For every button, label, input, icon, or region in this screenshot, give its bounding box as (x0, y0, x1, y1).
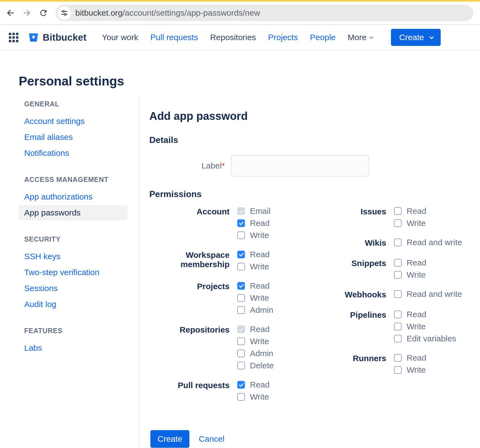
checkbox-projects-read[interactable] (237, 282, 245, 290)
checkbox-webhooks-read-write[interactable] (394, 290, 402, 298)
checkbox-pipelines-edit-variables[interactable] (394, 335, 402, 342)
forward-icon[interactable] (21, 7, 33, 19)
checkbox-workspace-read[interactable] (237, 251, 245, 258)
checkbox-runners-read[interactable] (394, 354, 402, 362)
checkbox-label: Email (250, 206, 271, 216)
perm-option-issues-write: Write (394, 219, 426, 227)
perm-group-label: Webhooks (303, 290, 386, 299)
checkbox-workspace-write[interactable] (237, 263, 245, 270)
perm-option-projects-read: Read (237, 282, 273, 290)
checkbox-wikis-read-write[interactable] (394, 239, 402, 246)
nav-item-more-label: More (348, 33, 366, 42)
create-button[interactable]: Create (150, 430, 189, 448)
page-title: Personal settings (19, 74, 480, 89)
url-bar[interactable]: bitbucket.org/account/settings/app-passw… (56, 5, 473, 21)
nav-item-your-work[interactable]: Your work (102, 33, 138, 42)
checkbox-label: Read (407, 310, 426, 319)
perm-option-projects-write: Write (237, 294, 273, 302)
checkbox-pipelines-read[interactable] (394, 311, 402, 318)
checkbox-label: Read (250, 325, 270, 334)
perm-option-pull-requests-read: Read (237, 381, 270, 389)
page-body: Personal settings GENERAL Account settin… (0, 74, 480, 448)
nav-item-projects[interactable]: Projects (268, 33, 298, 42)
nav-create-button[interactable]: Create (391, 29, 441, 46)
checkbox-pull-requests-read[interactable] (237, 381, 245, 389)
main-title: Add app password (149, 110, 480, 122)
label-input[interactable] (231, 155, 369, 176)
sidebar-item-account-settings[interactable]: Account settings (19, 114, 128, 129)
checkbox-label: Read (250, 250, 270, 259)
perm-group-label: Runners (303, 354, 386, 374)
chevron-down-icon (429, 35, 434, 39)
checkbox-repositories-write[interactable] (237, 338, 245, 345)
nav-item-repositories[interactable]: Repositories (210, 33, 256, 42)
sidebar-item-notifications[interactable]: Notifications (19, 145, 128, 161)
perm-group-pull-requests: Pull requests Read Write (149, 381, 303, 401)
perm-group-label: Wikis (303, 238, 386, 248)
checkbox-repositories-delete[interactable] (237, 362, 245, 369)
sidebar-group-general: GENERAL (19, 100, 139, 108)
main-panel: Add app password Details Label* Permissi… (139, 96, 480, 448)
checkbox-label: Admin (250, 305, 273, 315)
sidebar-item-app-authorizations[interactable]: App authorizations (19, 189, 128, 204)
site-info-icon[interactable] (58, 6, 71, 20)
sidebar-item-sessions[interactable]: Sessions (19, 281, 128, 296)
nav-item-pull-requests[interactable]: Pull requests (150, 33, 198, 42)
bitbucket-bucket-icon (28, 32, 39, 43)
checkbox-projects-admin[interactable] (237, 306, 245, 314)
checkbox-label: Read (250, 219, 270, 228)
perm-group-projects: Projects Read Write Admin (149, 282, 303, 314)
perm-group-label: Workspace membership (149, 250, 230, 271)
perm-option-wikis-read-write: Read and write (394, 238, 462, 247)
checkbox-label: Delete (250, 361, 274, 370)
perm-group-label: Pull requests (149, 381, 230, 401)
sidebar-item-app-passwords[interactable]: App passwords (19, 205, 128, 220)
required-asterisk: * (222, 161, 225, 170)
perm-option-runners-read: Read (394, 354, 426, 362)
checkbox-label: Write (250, 392, 269, 402)
nav-items: Your work Pull requests Repositories Pro… (102, 33, 372, 42)
checkbox-label: Admin (250, 349, 273, 358)
nav-item-more[interactable]: More (348, 33, 372, 42)
sidebar-item-ssh-keys[interactable]: SSH keys (19, 249, 128, 264)
checkbox-issues-read[interactable] (394, 207, 402, 215)
checkbox-pipelines-write[interactable] (394, 323, 402, 330)
permissions-grid: Account Email Read Write Workspace membe… (149, 207, 480, 412)
back-icon[interactable] (4, 7, 16, 19)
checkbox-account-email[interactable] (237, 207, 245, 215)
sidebar-group-features: FEATURES (19, 327, 139, 335)
url-path: /account/settings/app-passwords/new (123, 8, 260, 17)
checkbox-pull-requests-write[interactable] (237, 393, 245, 401)
checkbox-snippets-read[interactable] (394, 259, 402, 267)
permissions-column-right: Issues Read Write Wikis Read and write (303, 207, 480, 412)
checkbox-snippets-write[interactable] (394, 271, 402, 279)
checkbox-projects-write[interactable] (237, 294, 245, 302)
sidebar-item-email-aliases[interactable]: Email aliases (19, 129, 128, 145)
checkbox-issues-write[interactable] (394, 219, 402, 227)
perm-group-label: Repositories (149, 325, 230, 370)
perm-option-pipelines-write: Write (394, 322, 456, 331)
checkbox-label: Write (407, 219, 426, 228)
checkbox-runners-write[interactable] (394, 366, 402, 374)
perm-group-label: Pipelines (303, 310, 386, 343)
nav-item-people[interactable]: People (310, 33, 335, 42)
app-switcher-icon[interactable] (9, 33, 18, 42)
reload-icon[interactable] (37, 7, 49, 19)
checkbox-repositories-admin[interactable] (237, 350, 245, 357)
cancel-link[interactable]: Cancel (199, 434, 224, 444)
checkbox-account-write[interactable] (237, 231, 245, 239)
perm-option-projects-admin: Admin (237, 306, 273, 314)
perm-group-label: Projects (149, 282, 230, 314)
perm-group-webhooks: Webhooks Read and write (303, 290, 480, 299)
sidebar-group-security: SECURITY (19, 235, 139, 243)
sidebar-item-audit-log[interactable]: Audit log (19, 297, 128, 312)
sidebar-item-labs[interactable]: Labs (19, 340, 128, 356)
perm-group-snippets: Snippets Read Write (303, 259, 480, 279)
bitbucket-logo[interactable]: Bitbucket (28, 32, 86, 43)
perm-group-repositories: Repositories Read Write Admin Delete (149, 325, 303, 370)
perm-option-pipelines-read: Read (394, 310, 456, 319)
checkbox-account-read[interactable] (237, 219, 245, 227)
checkbox-repositories-read[interactable] (237, 325, 245, 333)
sidebar-item-two-step-verification[interactable]: Two-step verification (19, 265, 128, 280)
checkbox-label: Write (407, 322, 426, 331)
